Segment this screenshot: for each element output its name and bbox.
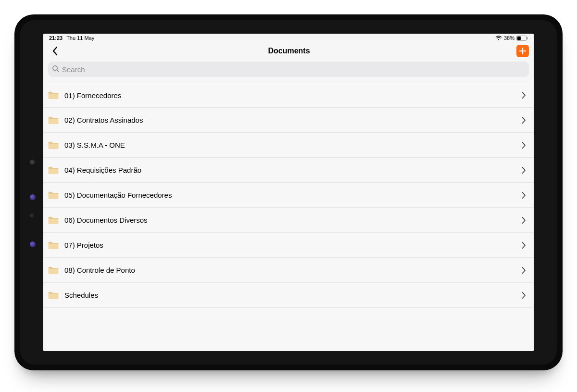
- nav-header: Documents: [43, 42, 534, 60]
- status-bar: 21:23 Thu 11 May 38%: [43, 34, 534, 42]
- add-button[interactable]: [516, 45, 529, 57]
- folder-row[interactable]: 05) Documentação Fornecedores: [43, 183, 534, 208]
- folder-icon: [48, 216, 59, 225]
- chevron-right-icon: [520, 292, 527, 299]
- camera-dot: [30, 241, 36, 247]
- folder-row[interactable]: 04) Requisições Padrão: [43, 158, 534, 183]
- svg-line-4: [57, 70, 58, 71]
- folder-icon: [48, 191, 59, 200]
- folder-label: 05) Documentação Fornecedores: [64, 191, 514, 199]
- search-field[interactable]: [48, 62, 529, 77]
- svg-rect-2: [527, 37, 528, 39]
- battery-icon: [516, 36, 528, 41]
- back-button[interactable]: [48, 44, 62, 58]
- folder-label: 06) Documentos Diversos: [64, 216, 514, 224]
- folder-row[interactable]: 01) Fornecedores: [43, 83, 534, 108]
- chevron-right-icon: [520, 142, 527, 149]
- search-bar: [43, 60, 534, 81]
- plus-icon: [519, 47, 527, 55]
- search-icon: [52, 65, 59, 74]
- folder-row[interactable]: 02) Contratos Assinados: [43, 108, 534, 133]
- chevron-right-icon: [520, 217, 527, 224]
- folder-row[interactable]: Schedules: [43, 283, 534, 308]
- page-title: Documents: [268, 47, 310, 55]
- wifi-icon: [495, 36, 502, 41]
- folder-row[interactable]: 06) Documentos Diversos: [43, 208, 534, 233]
- chevron-right-icon: [520, 267, 527, 274]
- chevron-right-icon: [520, 92, 527, 99]
- folder-label: 08) Controle de Ponto: [64, 266, 514, 274]
- chevron-right-icon: [520, 192, 527, 199]
- folder-icon: [48, 141, 59, 150]
- folder-list[interactable]: 01) Fornecedores 02) Contratos Assinados…: [43, 81, 534, 351]
- folder-icon: [48, 116, 59, 125]
- folder-row[interactable]: 07) Projetos: [43, 233, 534, 258]
- status-battery-percent: 38%: [504, 35, 514, 41]
- folder-icon: [48, 91, 59, 100]
- sensor-dot: [30, 160, 35, 164]
- folder-icon: [48, 166, 59, 175]
- folder-label: Schedules: [64, 291, 514, 299]
- folder-label: 02) Contratos Assinados: [64, 116, 514, 124]
- folder-icon: [48, 291, 59, 300]
- folder-label: 01) Fornecedores: [64, 91, 514, 100]
- sensor-dot: [30, 214, 34, 217]
- status-date: Thu 11 May: [66, 35, 94, 41]
- folder-icon: [48, 241, 59, 250]
- chevron-right-icon: [520, 117, 527, 124]
- folder-icon: [48, 266, 59, 275]
- tablet-frame: 21:23 Thu 11 May 38%: [14, 14, 563, 370]
- chevron-left-icon: [51, 46, 58, 56]
- chevron-right-icon: [520, 242, 527, 249]
- chevron-right-icon: [520, 167, 527, 174]
- svg-rect-1: [517, 36, 521, 39]
- folder-row[interactable]: 03) S.S.M.A - ONE: [43, 133, 534, 158]
- screen: 21:23 Thu 11 May 38%: [43, 34, 534, 351]
- search-input[interactable]: [62, 62, 525, 77]
- folder-row[interactable]: 08) Controle de Ponto: [43, 258, 534, 283]
- camera-dot: [30, 194, 36, 200]
- folder-label: 04) Requisições Padrão: [64, 166, 514, 174]
- folder-label: 07) Projetos: [64, 241, 514, 249]
- folder-label: 03) S.S.M.A - ONE: [64, 141, 514, 149]
- tablet-bezel: 21:23 Thu 11 May 38%: [20, 20, 557, 365]
- status-time: 21:23: [49, 35, 63, 41]
